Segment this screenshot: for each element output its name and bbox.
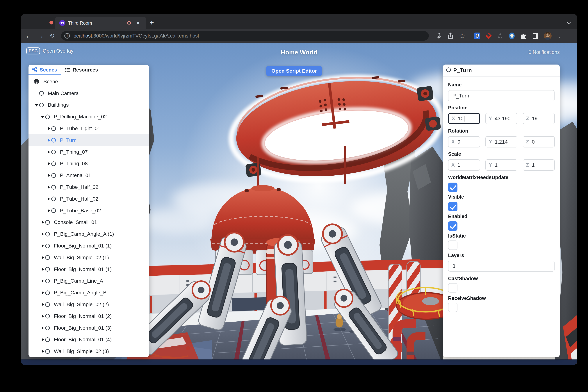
notifications-status[interactable]: 0 Notifications	[528, 50, 560, 55]
puzzle-extensions-icon[interactable]	[520, 32, 527, 40]
rotation-x-input[interactable]: X0	[448, 136, 480, 148]
caret-right-icon[interactable]	[40, 278, 45, 283]
tree-item[interactable]: Wall_Big_Simple_02 (2)	[28, 298, 149, 310]
position-x-input[interactable]: X10	[448, 113, 480, 124]
caret-right-icon[interactable]	[46, 185, 51, 190]
tree-item[interactable]: P_Tube_Half_02	[28, 193, 149, 205]
tree-item[interactable]: P_Antena_01	[28, 170, 149, 181]
rotation-z-input[interactable]: Z0	[523, 136, 555, 148]
tree-item[interactable]: P_Thing_07	[28, 146, 149, 158]
recycle-icon[interactable]	[496, 32, 504, 40]
position-y-input[interactable]: Y43.190	[486, 113, 518, 124]
caret-right-icon[interactable]	[40, 314, 45, 319]
tree-item[interactable]: Wall_Big_Simple_02 (1)	[28, 252, 149, 264]
tree-item[interactable]: P_Tube_Half_02	[28, 181, 149, 193]
layers-label: Layers	[448, 253, 464, 258]
site-info-icon[interactable]: i	[64, 33, 70, 38]
name-input[interactable]	[448, 90, 554, 101]
caret-right-icon[interactable]	[46, 138, 51, 143]
caret-down-icon[interactable]	[34, 102, 39, 108]
cast-shadow-checkbox[interactable]	[448, 283, 458, 292]
caret-right-icon[interactable]	[46, 173, 51, 178]
scale-x-input[interactable]: X1	[448, 160, 480, 171]
tree-item[interactable]: Floor_Big_Normal_01 (1)	[28, 264, 149, 275]
scale-y-input[interactable]: Y1	[486, 160, 518, 171]
side-panel-icon[interactable]	[532, 32, 539, 40]
caret-right-icon[interactable]	[40, 255, 45, 260]
tree-item[interactable]: Wall_Big_Simple_02 (3)	[28, 346, 149, 357]
tree-item[interactable]: P_Thing_08	[28, 158, 149, 170]
node-circle-icon	[39, 103, 44, 108]
scene-tree: Scene Main Camera Buildings P_Drilling_M…	[28, 76, 149, 357]
caret-right-icon[interactable]	[40, 232, 45, 236]
tree-item[interactable]: Floor_Big_Normal_01 (2)	[28, 310, 149, 322]
new-tab-button[interactable]: +	[147, 18, 157, 28]
rotation-y-input[interactable]: Y1.214	[486, 136, 518, 148]
caret-right-icon[interactable]	[40, 267, 45, 272]
visible-checkbox[interactable]	[448, 202, 458, 211]
tree-item[interactable]: Console_Small_01	[28, 216, 149, 228]
tree-item[interactable]: Floor_Big_Normal_01 (4)	[28, 334, 149, 346]
caret-right-icon[interactable]	[40, 244, 45, 248]
caret-down-icon[interactable]	[40, 114, 45, 119]
tree-item[interactable]: P_Big_Camp_Angle_B	[28, 287, 149, 298]
window-close-button[interactable]	[50, 20, 53, 24]
caret-right-icon[interactable]	[40, 349, 45, 354]
open-script-editor-button[interactable]: Open Script Editor	[266, 66, 322, 76]
caret-right-icon[interactable]	[46, 208, 51, 213]
caret-right-icon[interactable]	[40, 220, 45, 225]
tree-item[interactable]: Floor_Big_Normal_01 (1)	[28, 240, 149, 252]
tree-item-scene[interactable]: Scene	[28, 76, 149, 88]
position-z-input[interactable]: Z19	[523, 113, 555, 124]
caret-right-icon[interactable]	[46, 161, 51, 166]
tree-item[interactable]: P_Tube_Base_02	[28, 205, 149, 216]
layers-input[interactable]	[448, 261, 554, 272]
tab-close-icon[interactable]: ×	[134, 19, 142, 27]
open-overlay-label: Open Overlay	[43, 48, 73, 54]
menu-kebab-icon[interactable]: ⋮	[556, 32, 563, 40]
browser-tab[interactable]: Third Room ×	[55, 17, 146, 29]
node-circle-icon	[51, 150, 56, 154]
red-extension-icon[interactable]	[485, 32, 492, 40]
reload-button[interactable]: ↻	[47, 29, 57, 43]
globe-icon	[34, 79, 39, 84]
tree-item-selected[interactable]: P_Turn	[28, 134, 149, 146]
caret-right-icon[interactable]	[46, 150, 51, 154]
world-matrix-needs-update-label: WorldMatrixNeedsUpdate	[448, 175, 508, 180]
chevron-down-icon[interactable]	[567, 20, 571, 24]
world-matrix-needs-update-checkbox[interactable]	[448, 182, 458, 192]
dark-mode-icon[interactable]	[508, 32, 516, 40]
tree-item[interactable]: P_Drilling_Machine_02	[28, 111, 149, 123]
address-bar[interactable]: i localhost:3000/world/!vjrzmTVOcyIsLgaA…	[61, 31, 429, 41]
back-button[interactable]: ←	[24, 29, 34, 43]
caret-right-icon[interactable]	[40, 302, 45, 307]
microphone-icon[interactable]	[435, 32, 443, 40]
caret-right-icon[interactable]	[46, 196, 51, 201]
tab-title: Third Room	[68, 17, 92, 29]
caret-right-icon[interactable]	[40, 337, 45, 342]
tree-item[interactable]: P_Big_Camp_Line_A	[28, 275, 149, 287]
esc-open-overlay[interactable]: ESC Open Overlay	[26, 48, 73, 54]
tab-scenes[interactable]: Scenes	[32, 65, 57, 75]
caret-right-icon[interactable]	[40, 290, 45, 295]
tree-item[interactable]: Main Camera	[28, 88, 149, 99]
share-icon[interactable]	[446, 32, 454, 40]
node-circle-icon	[51, 185, 56, 190]
is-static-checkbox[interactable]	[448, 240, 458, 250]
scale-z-input[interactable]: Z1	[523, 160, 555, 171]
forward-button[interactable]: →	[35, 29, 46, 43]
tab-media-indicator-icon	[127, 21, 131, 25]
tab-resources[interactable]: Resources	[65, 65, 98, 75]
tree-item[interactable]: Buildings	[28, 99, 149, 111]
tree-item[interactable]: Floor_Big_Normal_01 (3)	[28, 322, 149, 334]
profile-avatar[interactable]	[544, 32, 552, 40]
caret-right-icon[interactable]	[40, 326, 45, 330]
enabled-checkbox[interactable]	[448, 221, 458, 231]
bookmark-star-icon[interactable]: ☆	[458, 32, 466, 40]
caret-right-icon[interactable]	[46, 126, 51, 131]
position-label: Position	[448, 105, 468, 111]
tree-item[interactable]: P_Big_Camp_Angle_A (1)	[28, 228, 149, 240]
tree-item[interactable]: P_Tube_Light_01	[28, 123, 149, 134]
receive-shadow-checkbox[interactable]	[448, 303, 458, 312]
password-manager-icon[interactable]	[473, 32, 481, 40]
